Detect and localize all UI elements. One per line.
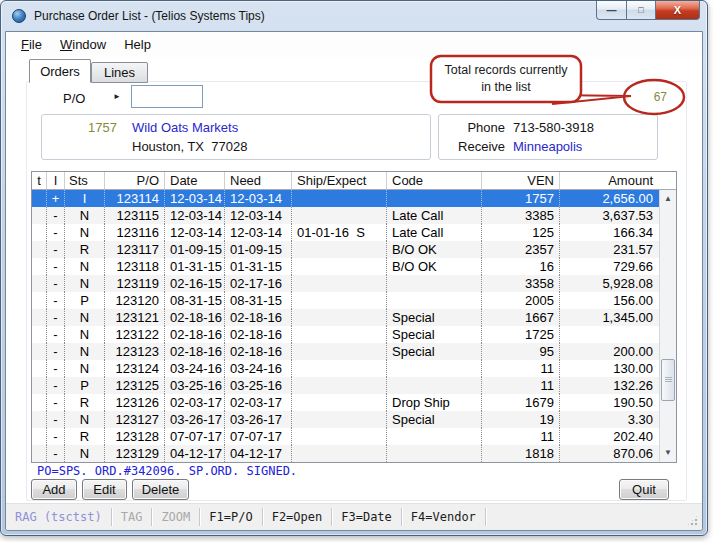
cell-code: B/O OK — [387, 241, 482, 258]
cell-need: 02-18-16 — [225, 326, 292, 343]
tab-orders[interactable]: Orders — [29, 59, 91, 83]
cell-t — [32, 241, 47, 258]
cell-code — [387, 428, 482, 445]
cell-code: Drop Ship — [387, 394, 482, 411]
cell-amount: 166.34 — [560, 224, 658, 241]
cell-i: - — [47, 445, 65, 462]
table-row[interactable]: -N12311512-03-1412-03-14Late Call33853,6… — [32, 207, 676, 224]
edit-button[interactable]: Edit — [82, 479, 127, 500]
column-header-t[interactable]: t — [32, 172, 47, 189]
cell-po: 123129 — [105, 445, 165, 462]
cell-t — [32, 326, 47, 343]
orders-table: tIStsP/ODateNeedShip/ExpectCodeVENAmount… — [31, 171, 677, 463]
menu-help[interactable]: Help — [115, 34, 160, 55]
add-button[interactable]: Add — [31, 479, 77, 500]
column-header-date[interactable]: Date — [165, 172, 225, 189]
table-row[interactable]: -N12312403-24-1603-24-1611130.00 — [32, 360, 676, 377]
cell-po: 123125 — [105, 377, 165, 394]
status-item[interactable]: TAG — [112, 508, 153, 526]
column-header-amount[interactable]: Amount — [560, 172, 658, 189]
cell-t — [32, 309, 47, 326]
column-header-need[interactable]: Need — [225, 172, 292, 189]
minimize-button[interactable]: — — [596, 1, 626, 20]
table-row[interactable]: -N12311801-31-1501-31-15B/O OK16729.66 — [32, 258, 676, 275]
cell-sts: N — [65, 258, 105, 275]
cell-i: - — [47, 207, 65, 224]
resize-grip[interactable] — [686, 514, 699, 527]
cell-ship — [292, 377, 387, 394]
cell-date: 03-24-16 — [165, 360, 225, 377]
cell-code — [387, 360, 482, 377]
tab-lines[interactable]: Lines — [91, 62, 148, 83]
callout-text-line1: Total records currently — [445, 63, 569, 77]
menubar: File Window Help — [6, 32, 702, 57]
cell-po: 123118 — [105, 258, 165, 275]
column-header-ship[interactable]: Ship/Expect — [292, 172, 387, 189]
table-row[interactable]: -N12311612-03-1412-03-1401-01-16 SLate C… — [32, 224, 676, 241]
cell-ship — [292, 241, 387, 258]
table-row[interactable]: -N12312202-18-1602-18-16Special1725 — [32, 326, 676, 343]
menu-window[interactable]: Window — [51, 34, 115, 55]
status-item[interactable]: F4=Vendor — [402, 508, 486, 526]
cell-code: Special — [387, 343, 482, 360]
scroll-down-icon[interactable]: ▼ — [660, 446, 676, 460]
phone-value: 713-580-3918 — [513, 120, 594, 135]
status-item[interactable]: F1=P/O — [200, 508, 262, 526]
maximize-button[interactable]: □ — [626, 1, 655, 20]
vendor-number: 1757 — [62, 120, 117, 135]
cell-ven: 1757 — [482, 190, 560, 207]
table-row[interactable]: -N12312102-18-1602-18-16Special16671,345… — [32, 309, 676, 326]
column-header-po[interactable]: P/O — [105, 172, 165, 189]
scrollbar-thumb[interactable] — [661, 359, 675, 401]
table-row[interactable]: -R12312602-03-1702-03-17Drop Ship1679190… — [32, 394, 676, 411]
column-header-sts[interactable]: Sts — [65, 172, 105, 189]
quit-button[interactable]: Quit — [619, 479, 669, 500]
cell-need: 03-24-16 — [225, 360, 292, 377]
cell-sts: N — [65, 275, 105, 292]
table-row[interactable]: +I12311412-03-1412-03-1417572,656.00 — [32, 190, 676, 207]
cell-t — [32, 428, 47, 445]
titlebar[interactable]: Purchase Order List - (Telios Systems Ti… — [1, 1, 707, 31]
table-row[interactable]: -N12312904-12-1704-12-171818870.06 — [32, 445, 676, 462]
table-row[interactable]: -R12312807-07-1707-07-1711202.40 — [32, 428, 676, 445]
close-icon: X — [674, 4, 681, 16]
cell-po: 123126 — [105, 394, 165, 411]
po-input[interactable] — [131, 85, 203, 108]
cell-po: 123128 — [105, 428, 165, 445]
close-button[interactable]: X — [655, 1, 700, 20]
column-header-ven[interactable]: VEN — [482, 172, 560, 189]
delete-button[interactable]: Delete — [132, 479, 189, 500]
status-item[interactable]: F3=Date — [332, 508, 402, 526]
cell-ship — [292, 394, 387, 411]
po-detail-note: PO=SPS. ORD.#342096. SP.ORD. SIGNED. — [37, 464, 297, 478]
scroll-up-icon[interactable]: ▲ — [660, 192, 676, 206]
cell-ship — [292, 258, 387, 275]
maximize-icon: □ — [638, 5, 643, 15]
status-item[interactable]: RAG (tsctst) — [6, 508, 112, 526]
table-row[interactable]: -R12311701-09-1501-09-15B/O OK2357231.57 — [32, 241, 676, 258]
table-row[interactable]: -N12311902-16-1502-17-1633585,928.08 — [32, 275, 676, 292]
cell-amount: 729.66 — [560, 258, 658, 275]
menu-file[interactable]: File — [12, 34, 51, 55]
cell-amount: 130.00 — [560, 360, 658, 377]
caption-buttons: — □ X — [596, 1, 700, 20]
cell-ven: 11 — [482, 428, 560, 445]
vertical-scrollbar[interactable]: ▲ ▼ — [659, 190, 676, 462]
cell-i: - — [47, 309, 65, 326]
cell-po: 123117 — [105, 241, 165, 258]
cell-date: 03-26-17 — [165, 411, 225, 428]
table-row[interactable]: -N12312302-18-1602-18-16Special95200.00 — [32, 343, 676, 360]
status-item[interactable]: ZOOM — [152, 508, 200, 526]
table-row[interactable]: -N12312703-26-1703-26-17Special193.30 — [32, 411, 676, 428]
receive-label: Receive — [447, 139, 505, 154]
column-header-code[interactable]: Code — [387, 172, 482, 189]
status-item[interactable]: F2=Open — [263, 508, 333, 526]
cell-ven: 2357 — [482, 241, 560, 258]
cell-code — [387, 190, 482, 207]
table-row[interactable]: -P12312503-25-1603-25-1611132.26 — [32, 377, 676, 394]
cell-ship: 01-01-16 S — [292, 224, 387, 241]
cell-amount: 3,637.53 — [560, 207, 658, 224]
column-header-i[interactable]: I — [47, 172, 65, 189]
table-row[interactable]: -P12312008-31-1508-31-152005156.00 — [32, 292, 676, 309]
cell-amount: 231.57 — [560, 241, 658, 258]
